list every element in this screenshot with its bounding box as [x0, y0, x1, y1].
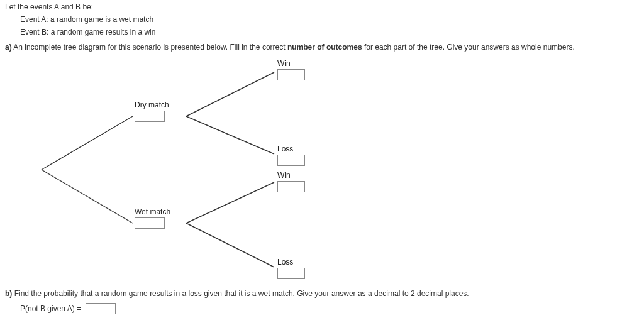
- intro-lead: Let the events A and B be:: [5, 3, 639, 11]
- input-dry-loss[interactable]: [277, 155, 305, 166]
- node-wet-win: Win: [277, 171, 305, 192]
- label-dry-loss: Loss: [277, 145, 305, 153]
- part-b-answer: P(not B given A) =: [20, 303, 639, 314]
- event-a-def: Event A: a random game is a wet match: [20, 15, 639, 24]
- svg-line-3: [186, 116, 274, 154]
- tree-diagram: Dry match Wet match Win Loss Win Loss: [23, 57, 375, 283]
- part-a: a) An incomplete tree diagram for this s…: [5, 43, 639, 52]
- input-dry-win[interactable]: [277, 69, 305, 80]
- node-wet-match: Wet match: [135, 207, 170, 229]
- part-a-text-before: An incomplete tree diagram for this scen…: [13, 43, 287, 52]
- label-wet-match: Wet match: [135, 207, 170, 216]
- part-b: b) Find the probability that a random ga…: [5, 289, 639, 298]
- part-a-text-after: for each part of the tree. Give your ans…: [362, 43, 575, 52]
- input-wet-loss[interactable]: [277, 268, 305, 279]
- input-wet-win[interactable]: [277, 181, 305, 192]
- node-dry-loss: Loss: [277, 145, 305, 166]
- label-dry-match: Dry match: [135, 101, 169, 109]
- input-prob-answer[interactable]: [86, 303, 116, 314]
- input-dry-match[interactable]: [135, 111, 165, 122]
- svg-line-5: [186, 223, 274, 267]
- event-b-def: Event B: a random game results in a win: [20, 28, 639, 36]
- label-dry-win: Win: [277, 59, 305, 68]
- part-b-text: Find the probability that a random game …: [14, 289, 469, 298]
- answer-label: P(not B given A) =: [20, 304, 81, 313]
- tree-lines: [23, 57, 375, 283]
- part-b-label: b): [5, 289, 12, 298]
- node-dry-match: Dry match: [135, 101, 169, 122]
- node-dry-win: Win: [277, 59, 305, 80]
- svg-line-0: [42, 116, 133, 170]
- part-a-text: An incomplete tree diagram for this scen…: [13, 43, 574, 52]
- node-wet-loss: Loss: [277, 258, 305, 279]
- svg-line-2: [186, 72, 274, 116]
- label-wet-win: Win: [277, 171, 305, 180]
- svg-line-4: [186, 182, 274, 223]
- input-wet-match[interactable]: [135, 217, 165, 229]
- svg-line-1: [42, 170, 133, 223]
- label-wet-loss: Loss: [277, 258, 305, 267]
- part-a-label: a): [5, 43, 12, 52]
- part-a-text-bold: number of outcomes: [287, 43, 362, 52]
- question-container: Let the events A and B be: Event A: a ra…: [0, 0, 644, 321]
